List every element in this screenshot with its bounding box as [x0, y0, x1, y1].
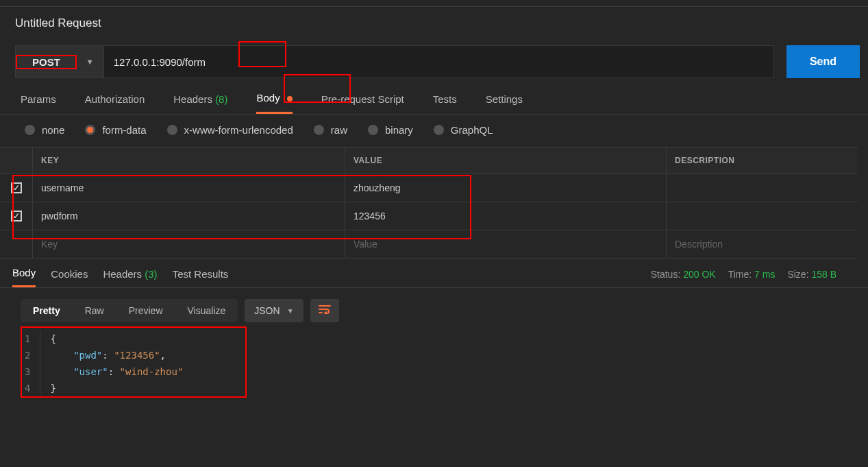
- resp-tab-body[interactable]: Body: [12, 267, 36, 287]
- response-code: { "pwd": "123456", "user": "wind-zhou" }: [40, 331, 183, 396]
- response-status: Status: 200 OK Time: 7 ms Size: 158 B: [651, 269, 856, 285]
- col-value: VALUE: [345, 147, 667, 173]
- radio-urlencoded-label: x-www-form-urlencoded: [184, 124, 293, 136]
- url-row: POST ▼ Send: [0, 37, 868, 78]
- resp-tab-testresults[interactable]: Test Results: [173, 268, 229, 287]
- tab-headers-label: Headers: [173, 93, 212, 105]
- response-body[interactable]: 1234 { "pwd": "123456", "user": "wind-zh…: [0, 328, 868, 396]
- radio-binary-label: binary: [385, 124, 413, 136]
- request-title: Untitled Request: [0, 7, 868, 37]
- modified-dot-icon: [287, 96, 293, 101]
- row-checkbox[interactable]: ✓: [11, 182, 22, 193]
- table-row: ✓ pwdform 123456: [0, 202, 858, 230]
- request-tabs: Params Authorization Headers (8) Body Pr…: [0, 78, 868, 115]
- col-key: KEY: [33, 147, 345, 173]
- radio-graphql[interactable]: GraphQL: [434, 124, 493, 136]
- view-pretty[interactable]: Pretty: [21, 299, 73, 322]
- radio-urlencoded[interactable]: x-www-form-urlencoded: [167, 124, 293, 136]
- resp-tab-headers-label: Headers: [103, 268, 142, 280]
- resp-tab-headers[interactable]: Headers (3): [103, 268, 157, 287]
- status-label: Status:: [651, 269, 681, 280]
- ph-desc[interactable]: Description: [667, 230, 858, 258]
- method-label: POST: [16, 55, 77, 69]
- top-tabs-strip: [0, 0, 868, 7]
- send-button[interactable]: Send: [786, 45, 860, 78]
- resp-tab-headers-count: (3): [145, 268, 157, 280]
- body-type-row: none form-data x-www-form-urlencoded raw…: [0, 115, 868, 145]
- params-table: KEY VALUE DESCRIPTION ✓ username zhouzhe…: [0, 147, 858, 259]
- tab-body-label: Body: [256, 92, 280, 104]
- view-visualize[interactable]: Visualize: [175, 299, 238, 322]
- size-value: 158 B: [811, 269, 836, 280]
- tab-tests[interactable]: Tests: [433, 93, 457, 113]
- cell-key[interactable]: username: [33, 174, 345, 202]
- view-mode-group: Pretty Raw Preview Visualize: [21, 299, 238, 322]
- tab-headers[interactable]: Headers (8): [173, 93, 227, 113]
- cell-desc[interactable]: [667, 174, 858, 202]
- view-raw[interactable]: Raw: [73, 299, 116, 322]
- status-value: 200 OK: [683, 269, 715, 280]
- cell-value[interactable]: 123456: [345, 202, 667, 230]
- response-tabs: Body Cookies Headers (3) Test Results St…: [0, 259, 868, 288]
- radio-raw-label: raw: [331, 124, 347, 136]
- tab-authorization[interactable]: Authorization: [85, 93, 145, 113]
- time-value: 7 ms: [754, 269, 775, 280]
- format-label: JSON: [254, 305, 280, 316]
- chevron-down-icon: ▼: [77, 58, 103, 66]
- radio-graphql-label: GraphQL: [451, 124, 493, 136]
- col-desc: DESCRIPTION: [667, 147, 858, 173]
- radio-formdata[interactable]: form-data: [85, 124, 146, 136]
- tab-prerequest[interactable]: Pre-request Script: [321, 93, 404, 113]
- method-select[interactable]: POST ▼: [16, 46, 104, 77]
- method-url-bar: POST ▼: [15, 45, 774, 78]
- format-select[interactable]: JSON ▼: [245, 299, 303, 322]
- tab-headers-count: (8): [215, 93, 227, 105]
- time-label: Time:: [728, 269, 752, 280]
- radio-formdata-label: form-data: [102, 124, 146, 136]
- response-view-row: Pretty Raw Preview Visualize JSON ▼: [0, 288, 868, 328]
- radio-none[interactable]: none: [25, 124, 64, 136]
- radio-binary[interactable]: binary: [368, 124, 413, 136]
- size-label: Size:: [787, 269, 808, 280]
- resp-tab-cookies[interactable]: Cookies: [51, 268, 88, 287]
- ph-value[interactable]: Value: [345, 230, 667, 258]
- tab-body[interactable]: Body: [256, 92, 292, 114]
- radio-none-label: none: [42, 124, 64, 136]
- table-row: ✓ username zhouzheng: [0, 174, 858, 202]
- line-numbers: 1234: [25, 331, 40, 396]
- url-input[interactable]: [104, 46, 773, 77]
- ph-key[interactable]: Key: [33, 230, 345, 258]
- tab-params[interactable]: Params: [21, 93, 56, 113]
- chevron-down-icon: ▼: [287, 307, 294, 315]
- cell-value[interactable]: zhouzheng: [345, 174, 667, 202]
- view-preview[interactable]: Preview: [116, 299, 175, 322]
- table-placeholder-row: Key Value Description: [0, 230, 858, 259]
- row-checkbox[interactable]: ✓: [11, 211, 22, 221]
- table-header-row: KEY VALUE DESCRIPTION: [0, 147, 858, 174]
- cell-key[interactable]: pwdform: [33, 202, 345, 230]
- cell-desc[interactable]: [667, 202, 858, 230]
- tab-settings[interactable]: Settings: [486, 93, 523, 113]
- wrap-lines-icon[interactable]: [310, 299, 339, 322]
- radio-raw[interactable]: raw: [314, 124, 347, 136]
